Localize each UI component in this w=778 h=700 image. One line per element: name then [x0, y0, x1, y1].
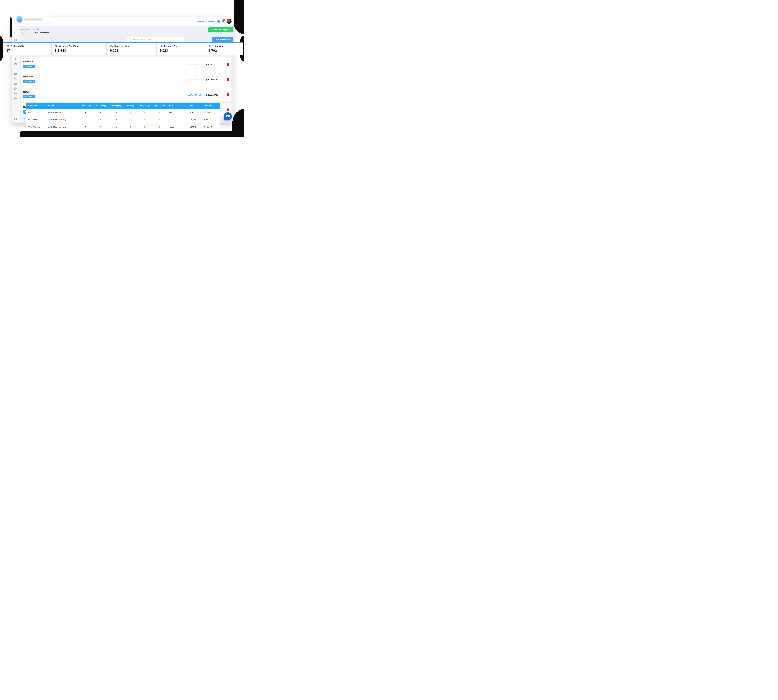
project-name-value: Grace Residential: [33, 32, 49, 34]
sidebar-item-dashboard[interactable]: [14, 38, 17, 41]
delete-group-button[interactable]: [227, 93, 229, 96]
cell-damaged: 0: [137, 123, 152, 131]
sidebar-item-card[interactable]: [14, 63, 17, 65]
table-row[interactable]: dfg Added manually 4 4 0 0 0 0 cm $ 340 …: [26, 108, 220, 116]
table-header-row: Item Name Source Ordered Qty Received Qt…: [26, 103, 220, 108]
col-total-rate: Total Rate: [202, 103, 220, 108]
stat-value: 17: [7, 49, 48, 52]
group-card-hardware[interactable]: hardware All Items: 1 Overall Items valu…: [21, 57, 231, 72]
stat-value: 9,203: [110, 49, 153, 52]
delete-group-button[interactable]: [227, 108, 229, 111]
group-card-hardwares[interactable]: Hardware's All Items: 3 Overall Items va…: [21, 72, 231, 87]
group-name: Hardware's: [23, 76, 35, 78]
cell-rate: $ 257.5: [187, 123, 202, 131]
overall-items-value: $ 515: [206, 63, 212, 66]
delete-group-button[interactable]: [227, 63, 229, 66]
cell-unit: -: [167, 116, 187, 123]
sidebar-item-settings-doc[interactable]: [14, 77, 17, 80]
cart-value-icon: $: [55, 45, 58, 48]
cell-source: Added from inventory: [46, 116, 78, 123]
delete-group-button[interactable]: [227, 78, 229, 81]
table-row[interactable]: Wall Panels Added from inventory 7 5 2 1…: [26, 116, 220, 123]
cell-damaged: 0: [137, 108, 152, 116]
explore-demo-account-button[interactable]: Explore Demo Account: [192, 20, 215, 23]
stat-value: 2,792: [209, 49, 239, 52]
sidebar-item-activity[interactable]: [14, 73, 17, 75]
chat-bubble-icon: [226, 115, 230, 118]
cell-total-rate: $ 1,360: [202, 108, 220, 116]
backdrop-bottom-bar: [20, 132, 237, 137]
trash-icon: [227, 78, 229, 81]
project-name-line: Project Name :Grace Residential: [21, 32, 49, 34]
col-rate: Rate: [187, 103, 202, 108]
cell-pending: 0: [109, 123, 124, 131]
mark-as-completed-button[interactable]: Mark As Completed: [208, 27, 234, 32]
app-logo-plate[interactable]: [13, 15, 50, 23]
col-ordered-qty: Ordered Qty: [78, 103, 93, 108]
cell-replaced: 0: [152, 123, 167, 131]
stat-card-ordered-qty: Ordered Qty 17: [3, 43, 51, 55]
sidebar-item-sliders[interactable]: [14, 82, 17, 85]
chat-fab-button[interactable]: [224, 112, 232, 120]
overall-items-value: $ 1,961,030: [206, 93, 218, 96]
stat-label: Received Qty: [114, 45, 129, 47]
divider: [177, 74, 178, 85]
stat-card-pending-qty: Pending Qty 8,023: [157, 43, 205, 55]
create-group-button[interactable]: Create Group: [212, 37, 233, 42]
breadcrumb-client-menu[interactable]: Client Menu: [21, 28, 30, 30]
table-row[interactable]: Vinyl Flooring Added from inventory 7 7 …: [26, 123, 220, 131]
divider: [177, 89, 178, 100]
svg-text:$: $: [57, 45, 57, 46]
backdrop-bottom-right: [232, 108, 244, 137]
stat-label: Ordered Qty Value: [59, 45, 79, 47]
create-group-label: Create Group: [218, 38, 230, 40]
sidebar-item-profile[interactable]: [14, 58, 17, 60]
cell-total-rate: $ 1,802.5: [202, 123, 220, 131]
sidebar-item-tools[interactable]: [14, 68, 17, 70]
breadcrumb-inventory[interactable]: Inventory: [33, 28, 40, 30]
group-search: [127, 37, 184, 42]
search-input[interactable]: [127, 37, 184, 42]
breadcrumb: Client Menu › Inventory: [21, 28, 40, 30]
person-switch-icon: [193, 20, 195, 23]
cell-received: 5: [93, 116, 109, 123]
cell-ordered: 7: [78, 116, 93, 123]
sliders-card-icon: [14, 82, 17, 85]
divider: [177, 59, 178, 70]
group-card-items[interactable]: items All Items: 5 Overall Items value: …: [21, 87, 231, 102]
cell-unit: cm: [167, 108, 187, 116]
cell-source: Added manually: [46, 108, 78, 116]
cell-used: 1: [124, 116, 137, 123]
search-icon: [129, 38, 131, 40]
medal-icon: [212, 28, 214, 31]
sidebar-item-finance[interactable]: S: [14, 97, 17, 100]
overall-items-value-label: Overall Items value:: [187, 94, 204, 96]
user-avatar[interactable]: [227, 19, 232, 24]
person-icon: [14, 58, 17, 60]
cell-source: Added from inventory: [46, 123, 78, 131]
sidebar-item-add[interactable]: [14, 87, 17, 90]
cell-damaged: 0: [137, 116, 152, 123]
overall-items-value-label: Overall Items value:: [187, 79, 204, 81]
cell-rate: $ 340: [187, 108, 202, 116]
backdrop-top-right: [234, 0, 244, 34]
col-received-qty: Received Qty: [93, 103, 109, 108]
cell-pending: 0: [109, 108, 124, 116]
cell-ordered: 4: [78, 108, 93, 116]
language-globe-button[interactable]: [217, 20, 220, 23]
sidebar-item-apps[interactable]: [14, 118, 17, 120]
cell-used: 0: [124, 123, 137, 131]
cell-replaced: 0: [152, 108, 167, 116]
logo-gem-icon: [17, 16, 22, 23]
cart-check-icon: [7, 45, 9, 48]
activity-card-icon: [14, 73, 17, 75]
stats-band: Ordered Qty 17 $ Ordered Qty Value $ 3,6…: [3, 42, 243, 55]
cell-replaced: 0: [152, 116, 167, 123]
cell-unit: square meter: [167, 123, 187, 131]
cell-received: 7: [93, 123, 109, 131]
col-item-name: Item Name: [26, 103, 46, 108]
col-damaged-qty: Damaged Qty: [137, 103, 152, 108]
sidebar-item-notes[interactable]: [14, 92, 17, 95]
svg-text:S: S: [15, 98, 16, 99]
logo-wordmark-blurred: [24, 18, 42, 20]
